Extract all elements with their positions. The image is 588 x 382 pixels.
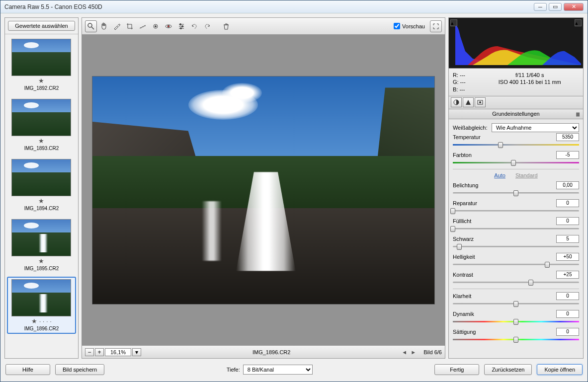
black-slider[interactable] bbox=[453, 244, 579, 249]
zoom-out-button[interactable]: − bbox=[85, 348, 94, 356]
fill-label: Fülllicht bbox=[453, 218, 489, 224]
filmstrip-scroll[interactable]: ★ IMG_1892.CR2 ★ IMG_1893.CR2 ★ IMG_1894… bbox=[5, 34, 78, 358]
star-rating[interactable]: ★ bbox=[9, 197, 74, 205]
star-rating[interactable]: ★ bbox=[9, 77, 74, 84]
tab-basic-icon[interactable] bbox=[451, 97, 462, 107]
select-rated-button[interactable]: Gewertete auswählen bbox=[8, 21, 75, 31]
vib-slider-thumb[interactable] bbox=[513, 319, 518, 325]
recov-slider-thumb[interactable] bbox=[450, 208, 455, 214]
zoom-dropdown-icon[interactable]: ▾ bbox=[132, 348, 141, 356]
open-copy-button[interactable]: Kopie öffnen bbox=[537, 364, 583, 375]
fill-value[interactable] bbox=[556, 217, 579, 225]
standard-link[interactable]: Standard bbox=[515, 172, 538, 178]
sat-label: Sättigung bbox=[453, 329, 489, 335]
black-slider-thumb[interactable] bbox=[457, 244, 462, 250]
panel-body: Weißabgleich: Wie Aufnahme Temperatur Fa… bbox=[449, 119, 583, 358]
vib-value[interactable] bbox=[556, 310, 579, 318]
help-button[interactable]: Hilfe bbox=[5, 364, 50, 375]
crop-tool-icon[interactable] bbox=[124, 20, 136, 32]
fill-slider[interactable] bbox=[453, 226, 579, 231]
exif-exposure: f/11 1/640 s bbox=[515, 72, 544, 78]
spot-removal-icon[interactable] bbox=[150, 20, 162, 32]
thumb-item[interactable]: ★ · · · · IMG_1896.CR2 bbox=[7, 277, 76, 334]
depth-select[interactable]: 8 Bit/Kanal bbox=[243, 365, 313, 375]
rotate-cw-icon[interactable] bbox=[201, 20, 213, 32]
sat-slider[interactable] bbox=[453, 337, 579, 342]
thumb-filename: IMG_1893.CR2 bbox=[9, 146, 74, 151]
maximize-button[interactable]: ▭ bbox=[549, 3, 562, 11]
thumb-item[interactable]: ★ IMG_1893.CR2 bbox=[7, 96, 76, 153]
contr-value[interactable] bbox=[556, 271, 579, 279]
bright-slider-thumb[interactable] bbox=[545, 262, 550, 268]
trash-icon[interactable] bbox=[220, 20, 232, 32]
contr-slider-thumb[interactable] bbox=[528, 280, 533, 286]
preview-checkbox[interactable]: Vorschau bbox=[394, 23, 425, 29]
expo-slider-thumb[interactable] bbox=[513, 190, 518, 196]
prefs-icon[interactable] bbox=[175, 20, 187, 32]
clar-slider-thumb[interactable] bbox=[513, 301, 518, 307]
fill-slider-thumb[interactable] bbox=[450, 226, 455, 232]
zoom-value[interactable]: 16,1% bbox=[105, 348, 131, 356]
preview-area[interactable] bbox=[82, 35, 445, 345]
recov-slider[interactable] bbox=[453, 208, 579, 213]
vib-slider[interactable] bbox=[453, 319, 579, 324]
zoom-in-button[interactable]: + bbox=[95, 348, 104, 356]
tint-slider-thumb[interactable] bbox=[511, 160, 516, 166]
expo-slider[interactable] bbox=[453, 190, 579, 195]
star-rating[interactable]: ★ bbox=[9, 257, 74, 265]
reset-button[interactable]: Zurücksetzen bbox=[484, 364, 532, 375]
zoom-tool-icon[interactable] bbox=[85, 20, 97, 32]
temp-label: Temperatur bbox=[453, 134, 489, 140]
tint-value[interactable] bbox=[556, 151, 579, 159]
sat-value[interactable] bbox=[556, 328, 579, 336]
save-image-button[interactable]: Bild speichern bbox=[55, 364, 104, 375]
straighten-tool-icon[interactable] bbox=[137, 20, 149, 32]
done-button[interactable]: Fertig bbox=[434, 364, 479, 375]
prev-image-button[interactable]: ◄ bbox=[402, 349, 410, 355]
minimize-button[interactable]: ─ bbox=[534, 3, 547, 11]
close-button[interactable]: ✕ bbox=[564, 3, 584, 11]
exif-r: R: --- bbox=[453, 72, 466, 78]
thumb-item[interactable]: ★ IMG_1892.CR2 bbox=[7, 36, 76, 93]
thumb-filename: IMG_1896.CR2 bbox=[9, 326, 74, 331]
temp-value[interactable] bbox=[556, 133, 579, 141]
contr-slider[interactable] bbox=[453, 280, 579, 285]
bright-slider[interactable] bbox=[453, 262, 579, 267]
redeye-tool-icon[interactable] bbox=[163, 20, 174, 32]
thumb-image bbox=[11, 159, 71, 196]
wb-label: Weißabgleich: bbox=[453, 125, 489, 131]
svg-point-5 bbox=[168, 25, 169, 27]
contr-label: Kontrast bbox=[453, 272, 489, 278]
vib-label: Dynamik bbox=[453, 311, 489, 317]
wb-eyedropper-icon[interactable] bbox=[111, 20, 123, 32]
auto-link[interactable]: Auto bbox=[494, 172, 505, 178]
bright-value[interactable] bbox=[556, 253, 579, 261]
tint-slider[interactable] bbox=[453, 160, 579, 165]
center-panel: Vorschau − + 16,1% bbox=[82, 17, 445, 359]
star-rating[interactable]: ★ bbox=[9, 137, 74, 145]
star-rating[interactable]: ★ · · · · bbox=[9, 317, 74, 325]
next-image-button[interactable]: ► bbox=[411, 349, 419, 355]
svg-point-3 bbox=[155, 25, 156, 27]
fullscreen-toggle-icon[interactable] bbox=[430, 20, 442, 32]
sat-slider-thumb[interactable] bbox=[513, 337, 518, 343]
titlebar[interactable]: Camera Raw 5.5 - Canon EOS 450D ─ ▭ ✕ bbox=[0, 0, 588, 13]
thumb-item[interactable]: ★ IMG_1895.CR2 bbox=[7, 217, 76, 274]
recov-value[interactable] bbox=[556, 199, 579, 207]
clar-value[interactable] bbox=[556, 292, 579, 300]
clar-label: Klarheit bbox=[453, 293, 489, 299]
panel-menu-icon[interactable]: ≣ bbox=[576, 111, 580, 118]
histogram[interactable]: ▴ ▴ bbox=[449, 18, 583, 69]
black-value[interactable] bbox=[556, 235, 579, 243]
hand-tool-icon[interactable] bbox=[98, 20, 110, 32]
rotate-ccw-icon[interactable] bbox=[188, 20, 200, 32]
preview-checkbox-input[interactable] bbox=[394, 23, 400, 29]
tab-curve-icon[interactable] bbox=[463, 97, 474, 107]
clar-slider[interactable] bbox=[453, 301, 579, 306]
tab-detail-icon[interactable] bbox=[475, 97, 486, 107]
thumb-item[interactable]: ★ IMG_1894.CR2 bbox=[7, 156, 76, 214]
temp-slider[interactable] bbox=[453, 142, 579, 147]
temp-slider-thumb[interactable] bbox=[498, 142, 503, 148]
wb-select[interactable]: Wie Aufnahme bbox=[492, 123, 579, 132]
expo-value[interactable] bbox=[556, 181, 579, 189]
